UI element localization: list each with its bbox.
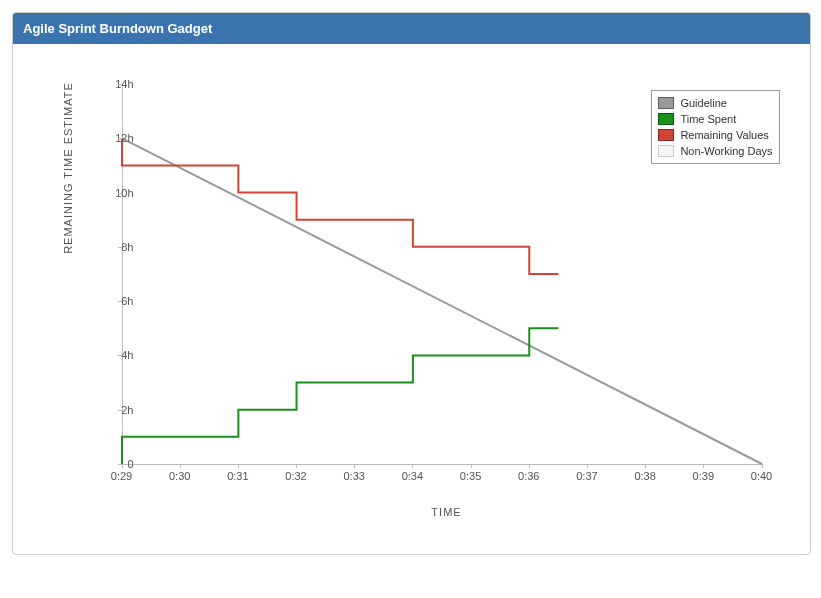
gadget-header: Agile Sprint Burndown Gadget bbox=[13, 13, 810, 44]
legend-swatch bbox=[658, 145, 674, 157]
y-tick-label: 2h bbox=[84, 404, 134, 416]
legend-item-guideline: Guideline bbox=[658, 95, 772, 111]
x-tick-label: 0:33 bbox=[334, 470, 374, 482]
x-tick-label: 0:32 bbox=[276, 470, 316, 482]
x-tick-label: 0:35 bbox=[451, 470, 491, 482]
legend-item-remaining-values: Remaining Values bbox=[658, 127, 772, 143]
x-tick-label: 0:31 bbox=[218, 470, 258, 482]
gadget-title: Agile Sprint Burndown Gadget bbox=[23, 21, 212, 36]
x-tick-label: 0:39 bbox=[683, 470, 723, 482]
series-guideline bbox=[122, 138, 762, 464]
x-tick-label: 0:36 bbox=[509, 470, 549, 482]
x-tick-label: 0:38 bbox=[625, 470, 665, 482]
y-tick-label: 4h bbox=[84, 349, 134, 361]
legend-label: Time Spent bbox=[680, 111, 736, 127]
legend-label: Non-Working Days bbox=[680, 143, 772, 159]
y-axis-label: REMAINING TIME ESTIMATE bbox=[62, 68, 74, 268]
x-tick-label: 0:30 bbox=[160, 470, 200, 482]
legend-swatch bbox=[658, 129, 674, 141]
x-tick-label: 0:37 bbox=[567, 470, 607, 482]
y-tick-label: 8h bbox=[84, 241, 134, 253]
y-tick-label: 10h bbox=[84, 187, 134, 199]
legend-item-non-working-days: Non-Working Days bbox=[658, 143, 772, 159]
y-tick-label: 0 bbox=[84, 458, 134, 470]
x-tick-label: 0:29 bbox=[102, 470, 142, 482]
legend-label: Remaining Values bbox=[680, 127, 768, 143]
burndown-gadget: Agile Sprint Burndown Gadget REMAINING T… bbox=[12, 12, 811, 555]
legend-swatch bbox=[658, 97, 674, 109]
y-tick-label: 12h bbox=[84, 132, 134, 144]
chart: REMAINING TIME ESTIMATE TIME Guideline T… bbox=[42, 64, 782, 524]
x-axis-label: TIME bbox=[42, 506, 782, 518]
legend-label: Guideline bbox=[680, 95, 726, 111]
legend-swatch bbox=[658, 113, 674, 125]
y-tick-label: 14h bbox=[84, 78, 134, 90]
series-time-spent bbox=[122, 328, 558, 464]
x-tick-label: 0:40 bbox=[742, 470, 782, 482]
legend: Guideline Time Spent Remaining Values No… bbox=[651, 90, 779, 164]
gadget-body: REMAINING TIME ESTIMATE TIME Guideline T… bbox=[13, 44, 810, 554]
y-tick-label: 6h bbox=[84, 295, 134, 307]
series-remaining-values bbox=[122, 138, 558, 274]
legend-item-time-spent: Time Spent bbox=[658, 111, 772, 127]
x-tick-label: 0:34 bbox=[392, 470, 432, 482]
